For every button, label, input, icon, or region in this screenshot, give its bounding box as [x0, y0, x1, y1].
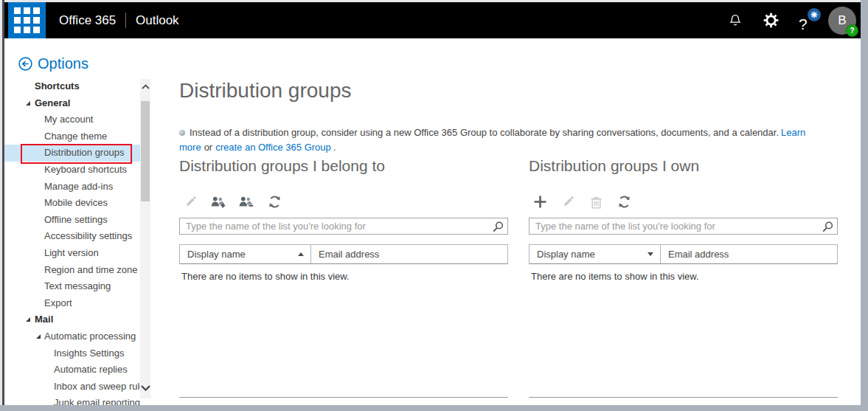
- create-group-link[interactable]: create an Office 365 Group: [215, 142, 331, 153]
- column-email-address[interactable]: Email address: [661, 245, 837, 263]
- outlook-options-page: Office 365 Outlook: [4, 2, 861, 405]
- refresh-icon: [617, 195, 631, 209]
- trash-icon: [590, 196, 603, 209]
- expanded-triangle-icon: [35, 334, 41, 339]
- plus-icon: [533, 195, 547, 209]
- column-display-name[interactable]: Display name: [180, 245, 311, 263]
- help-button[interactable]: ?: [795, 2, 820, 38]
- scrollbar-thumb[interactable]: [141, 101, 150, 201]
- panel-toolbar: [182, 194, 282, 210]
- browser-window: Office 365 Outlook: [0, 0, 868, 411]
- settings-button[interactable]: [759, 2, 782, 38]
- group-search-input[interactable]: [179, 218, 508, 235]
- annotation-red-box: [21, 144, 132, 164]
- groups-table-header: Display name Email address: [529, 244, 838, 264]
- bell-icon: [728, 13, 743, 28]
- group-search-box: [179, 218, 508, 235]
- sidebar-item-text-messaging[interactable]: Text messaging: [4, 278, 140, 295]
- group-search-box: [529, 218, 838, 235]
- office365-top-bar: Office 365 Outlook: [4, 2, 861, 38]
- panel-groups-belong-to: Distribution groups I belong to: [179, 157, 508, 398]
- sidebar-item-inbox-sweep-rules[interactable]: Inbox and sweep rules: [4, 379, 140, 396]
- search-icon[interactable]: [822, 221, 834, 236]
- page-title: Distribution groups: [179, 79, 351, 103]
- sidebar-item-accessibility-settings[interactable]: Accessibility settings: [4, 228, 140, 245]
- empty-list-message: There are no items to show in this view.: [181, 271, 350, 282]
- edit-group-button[interactable]: [182, 194, 198, 210]
- sidebar-item-insights-settings[interactable]: Insights Settings: [4, 345, 140, 362]
- help-question-icon: ?: [799, 15, 808, 33]
- waffle-grid-icon: [14, 7, 40, 33]
- sidebar-item-manage-add-ins[interactable]: Manage add-ins: [4, 179, 140, 196]
- edit-group-button[interactable]: [560, 194, 576, 210]
- topbar-divider: [125, 13, 126, 28]
- account-avatar[interactable]: B ?: [828, 7, 856, 35]
- sidebar-item-offline-settings[interactable]: Offline settings: [4, 212, 140, 229]
- scroll-down-icon[interactable]: [140, 385, 150, 391]
- sidebar-item-junk-email-reporting[interactable]: Junk email reporting: [4, 395, 140, 405]
- join-group-icon: [210, 196, 226, 209]
- new-feature-badge-icon: [808, 8, 821, 21]
- notifications-button[interactable]: [723, 2, 747, 38]
- gear-icon: [763, 13, 779, 28]
- search-icon[interactable]: [492, 221, 504, 236]
- info-notice: Instead of a distribution group, conside…: [179, 125, 831, 154]
- join-group-button[interactable]: [210, 194, 226, 210]
- expanded-triangle-icon: [25, 317, 31, 322]
- panel-heading: Distribution groups I belong to: [179, 157, 385, 175]
- options-title: Options: [38, 55, 88, 72]
- leave-group-button[interactable]: [238, 194, 254, 210]
- panel-groups-i-own: Distribution groups I own: [529, 157, 838, 398]
- panel-heading: Distribution groups I own: [529, 157, 699, 175]
- presence-badge: ?: [846, 24, 858, 37]
- sidebar-item-export[interactable]: Export: [4, 295, 140, 312]
- group-search-input[interactable]: [529, 218, 838, 235]
- sidebar-item-shortcuts[interactable]: Shortcuts: [4, 78, 140, 95]
- sidebar-item-general[interactable]: General: [4, 95, 140, 112]
- sidebar-item-change-theme[interactable]: Change theme: [4, 128, 140, 145]
- scroll-up-icon[interactable]: [140, 84, 150, 89]
- delete-group-button[interactable]: [588, 194, 604, 210]
- sidebar-item-my-account[interactable]: My account: [4, 111, 140, 128]
- brand-title[interactable]: Office 365: [59, 2, 116, 38]
- notice-conjunction: or: [204, 142, 213, 153]
- options-back-button[interactable]: Options: [18, 55, 88, 72]
- groups-table-header: Display name Email address: [179, 244, 508, 264]
- app-launcher-button[interactable]: [8, 2, 46, 38]
- panel-toolbar: [532, 194, 632, 210]
- new-group-button[interactable]: [532, 194, 548, 210]
- sidebar-item-region-time-zone[interactable]: Region and time zone: [4, 262, 140, 279]
- expanded-triangle-icon: [25, 100, 31, 106]
- empty-list-message: There are no items to show in this view.: [531, 271, 699, 282]
- sidebar-item-automatic-processing[interactable]: Automatic processing: [4, 328, 140, 345]
- column-email-address[interactable]: Email address: [311, 245, 507, 263]
- refresh-button[interactable]: [266, 194, 282, 210]
- options-nav-tree: Shortcuts General My account Change them…: [4, 78, 140, 405]
- sidebar-item-light-version[interactable]: Light version: [4, 245, 140, 262]
- edit-pencil-icon: [184, 196, 197, 208]
- info-dot-icon: [179, 130, 185, 136]
- sidebar-scrollbar[interactable]: [140, 79, 150, 398]
- sidebar-item-mobile-devices[interactable]: Mobile devices: [4, 195, 140, 212]
- app-title[interactable]: Outlook: [136, 2, 179, 38]
- sort-descending-icon: [647, 252, 653, 256]
- edit-pencil-icon: [562, 196, 574, 208]
- sort-ascending-icon: [298, 252, 304, 256]
- refresh-button[interactable]: [616, 194, 632, 210]
- column-display-name[interactable]: Display name: [530, 245, 661, 263]
- back-arrow-icon: [18, 57, 32, 71]
- sidebar-item-mail[interactable]: Mail: [4, 311, 140, 328]
- notice-text: Instead of a distribution group, conside…: [190, 127, 779, 138]
- avatar-initial: B: [838, 13, 846, 28]
- sidebar-item-keyboard-shortcuts[interactable]: Keyboard shortcuts: [4, 162, 140, 179]
- leave-group-icon: [238, 196, 254, 209]
- sidebar-item-automatic-replies[interactable]: Automatic replies: [4, 362, 140, 379]
- refresh-icon: [268, 195, 282, 209]
- notice-period: .: [333, 142, 336, 153]
